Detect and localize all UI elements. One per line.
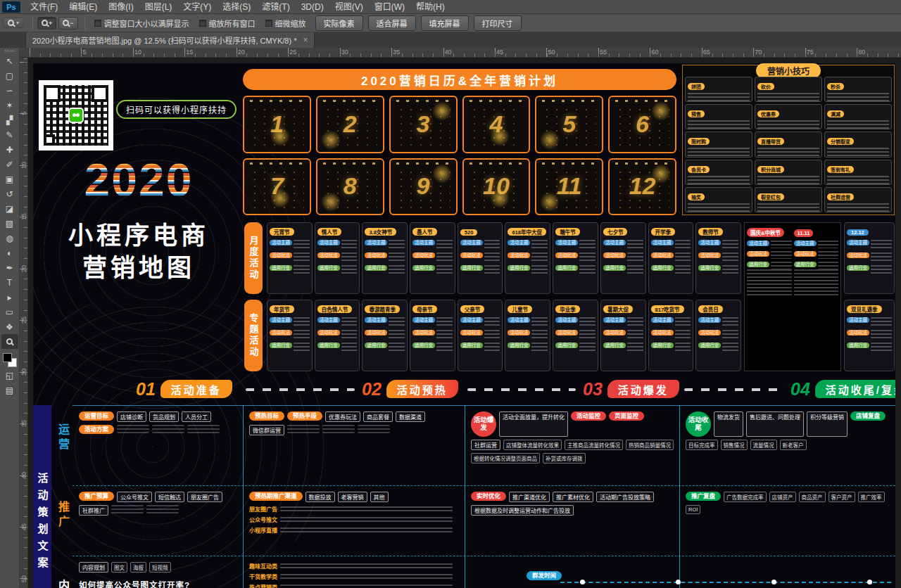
eyedropper-tool[interactable]: ✎ [1,127,18,142]
type-tool[interactable]: T [1,275,18,290]
option-checkbox-2[interactable]: 细微缩放 [265,18,306,29]
palette-grip[interactable] [5,50,15,52]
activity-label: 12.12 [847,229,869,236]
menu-bar: Ps 文件(F)编辑(E)图像(I)图层(L)文字(Y)选择(S)滤镜(T)3D… [0,0,901,14]
zoom-tool[interactable] [1,334,18,349]
clone-stamp-tool[interactable]: ▣ [1,172,18,186]
field-label: 活动主题 [603,317,626,323]
field-text [389,317,405,327]
move-tool[interactable]: ↖ [1,53,18,68]
blur-tool[interactable]: ◍ [1,231,18,245]
menu-item-6[interactable]: 滤镜(T) [256,0,295,14]
tip-card: 会员卡 [685,160,752,185]
option-checkbox-0[interactable]: 调整窗口大小以满屏显示 [94,18,189,29]
flow-box: 主推商品流量转化情况 [565,440,623,450]
options-button-0[interactable]: 实际像素 [315,15,363,31]
zoom-out-button[interactable]: − [58,17,77,30]
field-text [531,253,548,262]
menu-item-8[interactable]: 视图(V) [329,0,369,14]
menu-item-0[interactable]: 文件(F) [25,0,63,14]
activity-card: 白色情人节活动主题活动玩法适用行业 [315,300,360,371]
menu-item-5[interactable]: 选择(S) [217,0,256,14]
flow-cell-ops-1: 运营目标店铺诊断货品规划人员分工活动方案 [75,408,241,484]
zoom-tool-preset[interactable]: ▾ [3,18,24,28]
tip-card: 签到有礼 [824,160,892,185]
note-text [280,528,453,532]
stage-header-row: 01活动准备02活动预热03活动爆发04活动收尾/复盘 [33,378,895,401]
checkbox-label: 细微缩放 [275,18,306,29]
activity-field: 适用行业 [508,265,548,275]
activity-field: 活动玩法 [508,253,548,262]
flow-skeleton [287,425,320,433]
close-icon[interactable]: × [303,35,308,45]
field-text [341,317,358,327]
ruler-number: 45 [496,49,503,56]
vertical-ruler[interactable]: 5101520253035404550 [20,58,28,588]
pen-tool[interactable]: ✒ [1,260,18,275]
shape-tool[interactable]: ▭ [1,305,18,319]
options-button-3[interactable]: 打印尺寸 [474,15,522,31]
history-brush-tool[interactable]: ↺ [1,186,18,201]
ruler-number: 10 [20,158,27,172]
timeline-dot [580,580,585,584]
healing-brush-tool[interactable]: ✚ [1,142,18,157]
field-text [341,343,358,352]
highlight-column: 11.11活动主题活动玩法适用行业 [794,225,839,369]
month-number: 4 [464,110,529,137]
field-label: 活动玩法 [412,253,435,258]
menu-item-1[interactable]: 编辑(E) [63,0,103,14]
activity-field: 适用行业 [698,343,738,352]
dodge-tool[interactable]: ◐ [1,245,18,260]
flow-skeleton [117,425,149,433]
highlight-text [747,269,792,298]
document-tab[interactable]: 2020小程序电商营销地图.jpg @ 12.5% (扫码可以获得小程序扶持, … [25,32,315,48]
activity-field: 活动玩法 [698,253,738,262]
crop-tool[interactable]: ▞ [1,113,18,127]
checkbox-icon[interactable] [265,20,272,27]
field-label: 活动主题 [603,240,626,245]
lasso-tool[interactable]: ∽ [1,83,18,98]
tip-card: 预售 [685,104,752,129]
menu-item-4[interactable]: 文字(Y) [177,0,217,14]
foreground-color-swatch[interactable] [3,353,12,362]
color-swatches[interactable] [2,352,18,368]
horizontal-ruler[interactable]: 5101520253035404550556065707580 [20,48,901,58]
magic-wand-tool[interactable]: ✶ [1,98,18,113]
checkbox-label: 缩放所有窗口 [209,18,256,29]
activity-label: 817吃货节 [651,305,684,313]
screen-mode-icon[interactable]: ▤ [1,383,18,397]
menu-item-10[interactable]: 帮助(H) [410,0,450,14]
eraser-tool[interactable]: ◪ [1,201,18,216]
options-button-2[interactable]: 填充屏幕 [421,15,469,31]
flow-cell-promo-3: 实时优化推广渠道优化推广素材优化活动期广告投放策略根据数据及时调整运营动作和广告… [467,488,679,554]
zoom-in-icon [42,20,48,26]
option-checkbox-1[interactable]: 缩放所有窗口 [199,18,256,29]
activity-field: 活动主题 [651,317,691,327]
hand-tool[interactable]: ❖ [1,319,18,334]
activity-field: 适用行业 [412,343,453,352]
checkbox-icon[interactable] [94,20,101,27]
options-button-1[interactable]: 适合屏幕 [368,15,416,31]
field-text [722,240,738,250]
menu-item-9[interactable]: 窗口(W) [369,0,410,14]
marquee-tool[interactable]: ▢ [1,68,18,83]
tip-text [688,176,750,185]
highlight-label: 11.11 [794,229,814,237]
zoom-in-button[interactable]: + [37,17,56,30]
checkbox-icon[interactable] [199,20,206,27]
option-checkboxes: 调整窗口大小以满屏显示缩放所有窗口细微缩放 [89,18,311,29]
gradient-tool[interactable]: ▧ [1,216,18,231]
menu-item-3[interactable]: 图层(L) [139,0,178,14]
path-selection-tool[interactable]: ▸ [1,290,18,305]
brush-tool[interactable]: ✐ [1,157,18,172]
stage-number: 02 [362,378,382,400]
field-text [531,330,548,340]
field-label: 适用行业 [698,265,721,271]
weekday-row [396,100,450,102]
activity-field: 活动主题 [460,240,500,250]
canvas-area[interactable]: 扫码可以获得小程序扶持 2020 小程序电商 营销地图 2020营销日历&全年营… [28,58,901,588]
quick-mask-icon[interactable]: ◱ [1,368,18,383]
flow-circle: 活动爆发 [471,411,496,437]
menu-item-7[interactable]: 3D(D) [296,0,329,14]
menu-item-2[interactable]: 图像(I) [103,0,139,14]
